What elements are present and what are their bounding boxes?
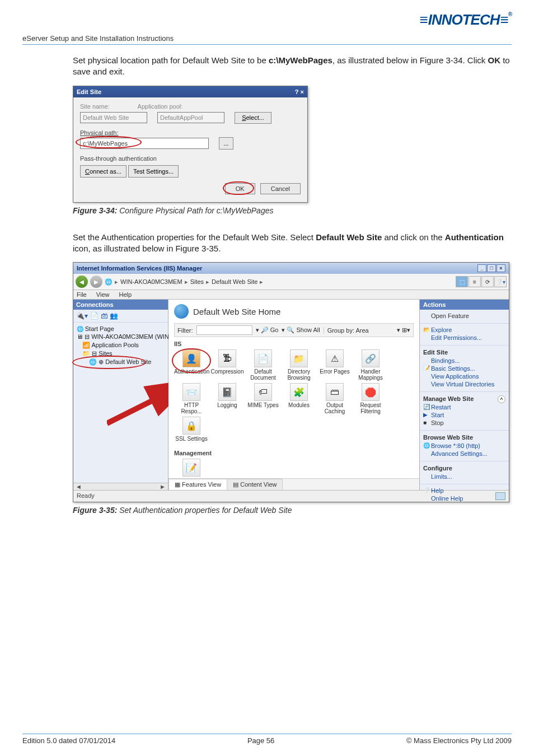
- browse-button[interactable]: ...: [219, 137, 233, 150]
- figure-3-35-caption: Figure 3-35: Set Authentication properti…: [73, 506, 512, 515]
- action-basic-settings[interactable]: Basic Settings...: [423, 365, 505, 372]
- mime-types-icon[interactable]: 🏷MIME Types: [246, 383, 280, 414]
- action-online-help[interactable]: Online Help: [423, 494, 505, 502]
- view-switcher[interactable]: ▦ Features View ▤ Content View: [168, 478, 419, 490]
- actions-header: Actions: [420, 300, 509, 310]
- compression-icon[interactable]: 🗜Compression: [210, 349, 245, 381]
- cancel-button[interactable]: Cancel: [260, 183, 301, 194]
- action-view-virtual-directories[interactable]: View Virtual Directories: [423, 380, 505, 388]
- action-help[interactable]: Help: [423, 487, 505, 494]
- dialog-titlebar: Edit Site ? ×: [73, 86, 307, 97]
- select-button[interactable]: SSelect...elect...: [235, 112, 271, 124]
- action-explore[interactable]: Explore: [423, 326, 505, 334]
- help-button[interactable]: ❔▾: [494, 276, 507, 287]
- tree-app-pools[interactable]: Application Pools: [76, 341, 166, 349]
- back-button[interactable]: ◄: [76, 276, 88, 288]
- action-limits[interactable]: Limits...: [423, 473, 505, 480]
- actions-browse-header: Browse Web Site: [423, 433, 505, 442]
- actions-configure-header: Configure: [423, 464, 505, 473]
- chevron-up-icon[interactable]: ^: [498, 395, 505, 403]
- menu-view[interactable]: View: [96, 291, 110, 298]
- test-settings-button[interactable]: Test Settings...: [128, 165, 179, 178]
- http-response-icon[interactable]: 📨HTTP Respo...: [174, 383, 209, 414]
- tab-features-view[interactable]: ▦ Features View: [168, 479, 227, 490]
- page-footer: Edition 5.0 dated 07/01/2014 Page 56 © M…: [22, 734, 512, 745]
- footer-page: Page 56: [247, 736, 274, 745]
- physical-path-label: Physical path:: [80, 129, 301, 136]
- toolbar-button[interactable]: ⟳: [481, 276, 494, 287]
- action-advanced-settings[interactable]: Advanced Settings...: [423, 450, 505, 458]
- modules-icon[interactable]: 🧩Modules: [282, 383, 316, 414]
- toolbar-button[interactable]: ≡: [469, 276, 481, 287]
- window-buttons[interactable]: _□×: [477, 264, 505, 272]
- physical-path-field[interactable]: [80, 138, 209, 149]
- connections-tree[interactable]: Start Page ⊟ WIN-AKOA0MC3MEM (WIN-AKO Ap…: [73, 323, 168, 483]
- globe-icon: 🌐: [105, 278, 113, 286]
- doc-header: eServer Setup and Site Installation Inst…: [22, 34, 512, 45]
- connections-toolbar[interactable]: 🔌▾📄🖄👥: [73, 310, 168, 323]
- breadcrumb[interactable]: 🌐▸ WIN-AKOA0MC3MEM▸ Sites▸ Default Web S…: [105, 278, 453, 286]
- edit-site-dialog: Edit Site ? × Site name: Application poo…: [73, 86, 308, 203]
- action-restart[interactable]: Restart: [423, 403, 505, 411]
- action-stop[interactable]: Stop: [423, 419, 505, 427]
- directory-browsing-icon[interactable]: 📁Directory Browsing: [282, 349, 316, 381]
- close-icon: ×: [496, 264, 505, 272]
- app-pool-label: Application pool:: [138, 103, 183, 110]
- action-browse-80[interactable]: Browse *:80 (http): [423, 442, 505, 450]
- dialog-help-close[interactable]: ? ×: [295, 88, 304, 95]
- menu-bar[interactable]: File View Help: [73, 290, 509, 300]
- tree-default-web-site[interactable]: ⊕ Default Web Site: [76, 358, 166, 366]
- action-view-applications[interactable]: View Applications: [423, 372, 505, 380]
- site-name-field: [80, 112, 147, 123]
- maximize-icon: □: [487, 264, 496, 272]
- actions-manage-header: Manage Web Site^: [423, 394, 505, 403]
- logging-icon[interactable]: 📓Logging: [210, 383, 245, 414]
- connections-header: Connections: [73, 300, 168, 310]
- forward-button[interactable]: ►: [90, 276, 102, 288]
- site-name-label: Site name:: [80, 103, 110, 110]
- dialog-title: Edit Site: [77, 88, 101, 95]
- paragraph-1: Set physical location path for Default W…: [73, 55, 512, 78]
- filter-input[interactable]: [196, 325, 252, 335]
- actions-panel: Actions Open Feature Explore Edit Permis…: [419, 300, 509, 490]
- request-filtering-icon[interactable]: 🛑Request Filtering: [353, 383, 388, 414]
- handler-mappings-icon[interactable]: 🔗Handler Mappings: [353, 349, 388, 381]
- menu-file[interactable]: File: [77, 291, 87, 298]
- ssl-settings-icon[interactable]: 🔒SSL Settings: [174, 417, 209, 442]
- iis-manager-window: Internet Information Services (IIS) Mana…: [73, 262, 509, 502]
- section-management: Management: [174, 450, 414, 456]
- actions-edit-site-header: Edit Site: [423, 348, 505, 357]
- footer-copyright: © Mass Electronics Pty Ltd 2009: [406, 736, 512, 745]
- ok-button[interactable]: OK: [225, 183, 255, 194]
- filter-label: Filter:: [177, 327, 193, 334]
- annotation-circle-icon: [72, 356, 146, 369]
- tree-start-page[interactable]: Start Page: [76, 325, 166, 333]
- action-edit-permissions[interactable]: Edit Permissions...: [423, 334, 505, 342]
- footer-edition: Edition 5.0 dated 07/01/2014: [22, 736, 115, 745]
- output-caching-icon[interactable]: 🗃Output Caching: [317, 383, 352, 414]
- figure-3-34-caption: Figure 3-34: Configure Physical Path for…: [73, 206, 512, 215]
- app-pool-field: [157, 112, 224, 123]
- default-document-icon[interactable]: 📄Default Document: [246, 349, 280, 381]
- menu-help[interactable]: Help: [119, 291, 132, 298]
- filter-bar[interactable]: Filter: ▾ 🔎 Go ▾ 🔍 Show All Group by: Ar…: [174, 323, 414, 337]
- authentication-icon[interactable]: 👤Authentication: [174, 349, 209, 381]
- tab-content-view[interactable]: ▤ Content View: [227, 479, 283, 490]
- connect-as-button[interactable]: Connect as...: [80, 165, 127, 178]
- minimize-icon: _: [477, 264, 486, 272]
- connect-icon: 🔌▾: [76, 312, 88, 320]
- section-iis: IIS: [174, 340, 414, 347]
- error-pages-icon[interactable]: ⚠Error Pages: [317, 349, 352, 381]
- window-titlebar: Internet Information Services (IIS) Mana…: [73, 263, 509, 274]
- paragraph-2: Set the Authentication properties for th…: [73, 232, 512, 255]
- toolbar-button[interactable]: ⬚: [456, 276, 468, 287]
- passthrough-auth-label: Pass-through authentication: [80, 155, 301, 162]
- action-open-feature[interactable]: Open Feature: [423, 312, 505, 320]
- tree-scrollbar[interactable]: ◄►: [73, 483, 168, 490]
- action-start[interactable]: Start: [423, 411, 505, 419]
- action-bindings[interactable]: Bindings...: [423, 357, 505, 365]
- site-globe-icon: [174, 304, 189, 319]
- address-bar: ◄ ► 🌐▸ WIN-AKOA0MC3MEM▸ Sites▸ Default W…: [73, 274, 509, 290]
- tree-server[interactable]: ⊟ WIN-AKOA0MC3MEM (WIN-AKO: [76, 333, 166, 341]
- brand-logo: INNOTECH®: [22, 11, 512, 29]
